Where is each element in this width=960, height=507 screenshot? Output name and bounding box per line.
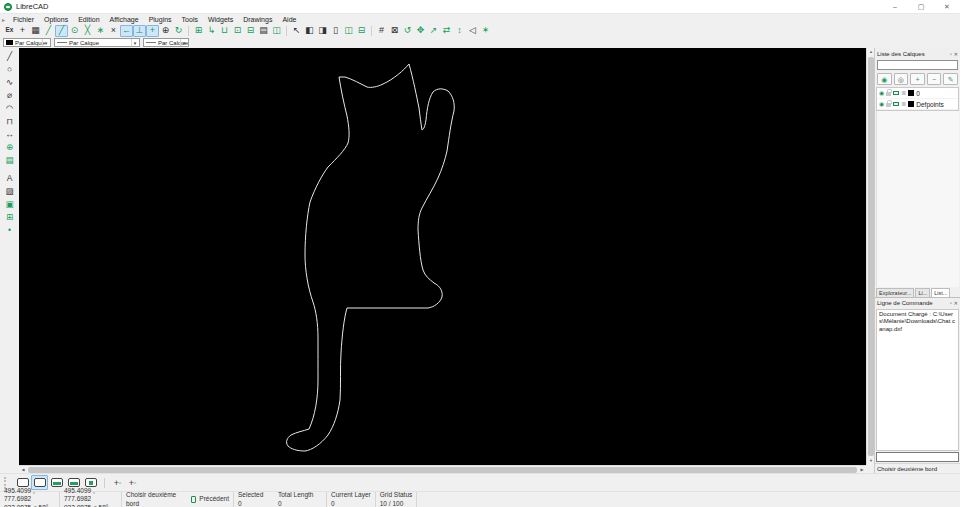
edit-layer-button[interactable]: ✎ [943, 73, 958, 85]
layer-lock-icon[interactable] [886, 92, 891, 96]
properties-icon[interactable]: ◁ [466, 25, 479, 37]
print-preview-icon[interactable]: ◫ [270, 25, 283, 37]
layer-visible-icon[interactable]: ◉ [879, 101, 884, 107]
grid-status-info: Grid Status 10 / 100 [376, 492, 418, 507]
command-input[interactable] [876, 452, 959, 462]
menu-item[interactable]: Widgets [203, 16, 238, 23]
child-window-icon[interactable]: ▸ [2, 16, 5, 23]
rotate-icon[interactable]: ↺ [401, 25, 414, 37]
dock-close-icon[interactable]: ✕ [954, 300, 958, 306]
restrict-vertical-icon[interactable]: ⊥ [133, 25, 146, 37]
layer-row[interactable]: ◉ ≣ 0 [877, 88, 958, 99]
color-selector[interactable]: Par Calque ▾ [3, 38, 51, 47]
linetype-selector[interactable]: Par Calque ▾ [143, 38, 189, 47]
stretch-icon[interactable]: ↕ [453, 25, 466, 37]
snap-grid-icon[interactable]: ▦ [29, 25, 42, 37]
open-folder-icon[interactable]: ⊔ [218, 25, 231, 37]
snap-endpoint-icon[interactable]: ╱ [42, 25, 55, 37]
tile-vertical-icon[interactable]: ◫ [342, 25, 355, 37]
circle-tool-icon[interactable]: ○ [2, 63, 17, 76]
hatch-tool-icon[interactable]: ▨ [2, 185, 17, 198]
mirror-icon[interactable]: ⇄ [440, 25, 453, 37]
select-pointer-icon[interactable]: ↖ [290, 25, 303, 37]
minimize-button[interactable]: – [882, 0, 908, 13]
dock-tab[interactable]: Li... [915, 288, 930, 297]
menu-item[interactable]: Options [39, 16, 73, 23]
ellipse-tool-icon[interactable]: ⌀ [2, 89, 17, 102]
block-tool-icon[interactable]: ⊞ [2, 211, 17, 224]
dock-tab[interactable]: Explorateur... [876, 288, 914, 297]
layer-row[interactable]: ◉ ≣ Defpoints [877, 99, 958, 110]
menu-item[interactable]: Plugins [144, 16, 177, 23]
text-tool-icon[interactable]: A [2, 172, 17, 185]
dimension-tool-icon[interactable]: ↔ [2, 128, 17, 141]
snap-middle-icon[interactable]: ╳ [81, 25, 94, 37]
spline-tool-icon[interactable]: ∿ [2, 76, 17, 89]
snap-relative-zero-icon[interactable]: ⊕ [159, 25, 172, 37]
layer-lock-icon[interactable] [886, 103, 891, 107]
layer-construction-icon[interactable]: ≣ [901, 90, 906, 96]
librecad-logo-icon [4, 3, 12, 11]
image-tool-icon[interactable]: ▣ [2, 198, 17, 211]
zoom-redraw-icon[interactable]: ◧ [303, 25, 316, 37]
explode-icon[interactable]: ✶ [479, 25, 492, 37]
snap-intersection-icon[interactable]: × [107, 25, 120, 37]
dock-tab[interactable]: List... [931, 288, 950, 297]
new-drawing-icon[interactable]: ⊞ [192, 25, 205, 37]
snap-on-entity-icon[interactable]: ╱ [55, 25, 68, 37]
dock-float-icon[interactable]: ▫ [950, 51, 952, 57]
layer-print-icon[interactable] [893, 91, 899, 95]
menu-item[interactable]: Edition [73, 16, 104, 23]
dock-close-icon[interactable]: ✕ [954, 51, 958, 57]
zoom-window-icon[interactable]: ◨ [316, 25, 329, 37]
layer-visible-icon[interactable]: ◉ [879, 90, 884, 96]
snap-center-icon[interactable]: ⊙ [68, 25, 81, 37]
horizontal-scrollbar[interactable]: ◀ ▶ [19, 465, 866, 473]
hide-all-layers-button[interactable]: ◎ [894, 73, 909, 85]
vertical-scrollbar[interactable]: ▲ ▼ [866, 48, 874, 465]
open-drawing-icon[interactable]: ↳ [205, 25, 218, 37]
show-all-layers-button[interactable]: ◉ [877, 73, 892, 85]
restrict-orthogonal-icon[interactable]: + [146, 25, 159, 37]
snap-distance-icon[interactable]: ∗ [94, 25, 107, 37]
document-icon[interactable]: ▯ [329, 25, 342, 37]
print-icon[interactable]: ▤ [257, 25, 270, 37]
maximize-button[interactable]: ▢ [908, 0, 934, 13]
menu-item[interactable]: Aide [277, 16, 301, 23]
arc-tool-icon[interactable]: ◠ [2, 102, 17, 115]
layer-print-icon[interactable] [893, 102, 899, 106]
layer-filter-input[interactable] [877, 60, 958, 70]
set-relative-zero-icon[interactable]: ↻ [172, 25, 185, 37]
tool-more-icon[interactable]: • [2, 224, 17, 237]
previous-label[interactable]: Précédent [199, 495, 229, 503]
width-selector[interactable]: Par Calque ▾ [54, 38, 140, 47]
zoom-tool-icon[interactable]: ⊕ [2, 141, 17, 154]
save-icon[interactable]: ⊡ [231, 25, 244, 37]
menu-item[interactable]: Tools [177, 16, 203, 23]
add-tab-button[interactable]: +▫ [125, 475, 140, 490]
save-as-icon[interactable]: ⊟ [244, 25, 257, 37]
exclusive-snap-button[interactable]: Ex [3, 25, 16, 37]
move-icon[interactable]: ✥ [414, 25, 427, 37]
remove-layer-button[interactable]: − [927, 73, 942, 85]
snap-free-icon[interactable]: + [16, 25, 29, 37]
draw-order-icon[interactable]: ⊠ [388, 25, 401, 37]
line-tool-icon[interactable]: ╱ [2, 50, 17, 63]
close-button[interactable]: ✕ [934, 0, 960, 13]
menu-item[interactable]: Fichier [8, 16, 39, 23]
drawing-canvas[interactable] [19, 48, 866, 465]
menu-item[interactable]: Drawings [238, 16, 277, 23]
main-toolbar: Ex+▦╱╱⊙╳∗×←⊥+⊕↻ ⊞↳⊔⊡⊟▤◫ ↖◧◨▯◫⊟ #⊠↺✥↗⇄↕◁✶ [0, 24, 960, 37]
cat-outline[interactable] [287, 64, 455, 451]
scale-icon[interactable]: ↗ [427, 25, 440, 37]
order-tool-icon[interactable]: ▤ [2, 154, 17, 167]
restrict-horizontal-icon[interactable]: ← [120, 25, 133, 37]
menu-item[interactable]: Affichage [105, 16, 144, 23]
add-layer-button[interactable]: + [910, 73, 925, 85]
tile-horizontal-icon[interactable]: ⊟ [355, 25, 368, 37]
grid-toggle-icon[interactable]: # [375, 25, 388, 37]
polyline-tool-icon[interactable]: ⊓ [2, 115, 17, 128]
dock-float-icon[interactable]: ▫ [950, 300, 952, 306]
previous-icon[interactable] [191, 496, 197, 503]
layer-construction-icon[interactable]: ≣ [901, 101, 906, 107]
